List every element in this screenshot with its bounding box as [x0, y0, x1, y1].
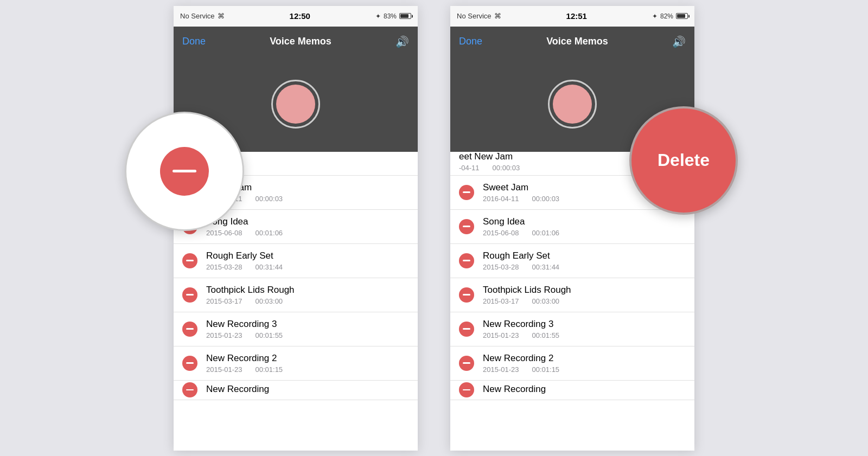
item-name-new-rec-2-bottom: New Recording: [483, 384, 686, 395]
nav-title-1: Voice Memos: [270, 36, 331, 47]
status-bar-2: No Service ⌘ 12:51 ✦ 82%: [450, 6, 694, 27]
speaker-icon-1[interactable]: 🔊: [395, 35, 409, 48]
item-meta-rough-early-2: 2015-03-28 00:31:44: [483, 263, 686, 271]
minus-button-toothpick-1[interactable]: [182, 287, 197, 303]
item-name-new-rec-3-1: New Recording 3: [206, 319, 409, 330]
no-service-label-2: No Service: [457, 12, 492, 20]
item-date: 2015-01-23: [483, 365, 519, 374]
item-date: 2016-04-11: [483, 195, 519, 203]
item-date: 2015-03-28: [483, 263, 519, 271]
item-meta-song-idea-1: 2015-06-08 00:01:06: [206, 229, 409, 237]
status-left-1: No Service ⌘: [180, 12, 225, 20]
item-duration: 00:01:55: [256, 331, 283, 339]
no-service-label-1: No Service: [180, 12, 215, 20]
item-info-new-rec-3-1: New Recording 3 2015-01-23 00:01:55: [206, 319, 409, 339]
record-button-inner-2: [553, 85, 592, 124]
item-info-new-rec-2-2: New Recording 2 2015-01-23 00:01:15: [483, 353, 686, 374]
minus-button-new-rec-2-bottom[interactable]: [459, 382, 474, 397]
list-item-song-idea-2: Song Idea 2015-06-08 00:01:06: [450, 210, 694, 244]
list-item-new-rec-2-2: New Recording 2 2015-01-23 00:01:15: [450, 346, 694, 381]
record-button-2[interactable]: [548, 80, 597, 129]
item-name-rough-early-2: Rough Early Set: [483, 251, 686, 261]
list-item-toothpick-1: Toothpick Lids Rough 2015-03-17 00:03:00: [174, 278, 418, 312]
speaker-icon-2[interactable]: 🔊: [672, 35, 686, 48]
item-duration: 00:31:44: [532, 263, 560, 271]
time-2: 12:51: [566, 11, 587, 21]
minus-button-new-rec-2-2[interactable]: [459, 356, 474, 371]
item-name-new-rec-1-bottom: New Recording: [206, 384, 409, 395]
minus-button-new-rec-3-1[interactable]: [182, 322, 197, 337]
list-item-new-rec-2-bottom: New Recording: [450, 381, 694, 400]
phone-2: No Service ⌘ 12:51 ✦ 82% Done Voice Memo…: [450, 6, 694, 451]
nav-bar-2: Done Voice Memos 🔊: [450, 27, 694, 57]
item-name-song-idea-1: Song Idea: [206, 216, 409, 227]
item-date: 2015-03-17: [206, 297, 242, 305]
item-info-new-rec-3-2: New Recording 3 2015-01-23 00:01:55: [483, 319, 686, 339]
item-date: 2015-03-28: [206, 263, 242, 271]
item-info-song-idea-1: Song Idea 2015-06-08 00:01:06: [206, 216, 409, 237]
minus-button-rough-early-1[interactable]: [182, 253, 197, 268]
item-duration: 00:01:06: [256, 229, 283, 237]
item-date: 2015-01-23: [206, 365, 242, 374]
battery-icon-1: [399, 13, 411, 19]
item-date: 2015-06-08: [483, 229, 519, 237]
item-info-toothpick-1: Toothpick Lids Rough 2015-03-17 00:03:00: [206, 285, 409, 305]
nav-title-2: Voice Memos: [546, 36, 608, 47]
delete-button-2[interactable]: Delete: [629, 106, 738, 215]
list-item-rough-early-2: Rough Early Set 2015-03-28 00:31:44: [450, 244, 694, 278]
item-meta-new-rec-2-2: 2015-01-23 00:01:15: [483, 365, 686, 374]
item-name-rough-early-1: Rough Early Set: [206, 251, 409, 261]
status-left-2: No Service ⌘: [457, 12, 501, 20]
record-button-1[interactable]: [271, 80, 320, 129]
item-name-new-rec-2-2: New Recording 2: [483, 353, 686, 364]
item-info-rough-early-1: Rough Early Set 2015-03-28 00:31:44: [206, 251, 409, 271]
minus-button-new-rec-1-bottom[interactable]: [182, 382, 197, 397]
item-name-toothpick-2: Toothpick Lids Rough: [483, 285, 686, 296]
item-duration: 00:00:03: [532, 195, 560, 203]
item-info-new-rec-2-bottom: New Recording: [483, 384, 686, 396]
bluetooth-icon-1: ✦: [375, 12, 381, 20]
magnify-circle-1: [125, 112, 244, 231]
minus-button-song-idea-2[interactable]: [459, 219, 474, 234]
item-meta-rough-early-1: 2015-03-28 00:31:44: [206, 263, 409, 271]
minus-button-sweet-jam-2[interactable]: [459, 185, 474, 200]
nav-bar-1: Done Voice Memos 🔊: [174, 27, 418, 57]
minus-button-rough-early-2[interactable]: [459, 253, 474, 268]
item-duration: 00:01:55: [532, 331, 560, 339]
item-name-song-idea-2: Song Idea: [483, 216, 686, 227]
minus-icon-magnified-1[interactable]: [160, 147, 209, 196]
item-meta-new-rec-2-1: 2015-01-23 00:01:15: [206, 365, 409, 374]
record-button-inner-1: [276, 85, 315, 124]
item-name-new-rec-3-2: New Recording 3: [483, 319, 686, 330]
wifi-icon-1: ⌘: [218, 12, 225, 20]
minus-button-toothpick-2[interactable]: [459, 287, 474, 303]
list-item-new-rec-3-1: New Recording 3 2015-01-23 00:01:55: [174, 312, 418, 346]
item-duration: 00:00:03: [256, 195, 283, 203]
status-right-1: ✦ 83%: [375, 12, 411, 20]
item-name-new-rec-2-1: New Recording 2: [206, 353, 409, 364]
battery-pct-1: 83%: [384, 12, 397, 20]
phone-1: No Service ⌘ 12:50 ✦ 83% Done Voice Memo…: [174, 6, 418, 451]
done-button-1[interactable]: Done: [182, 36, 206, 47]
item-date: 2015-06-08: [206, 229, 242, 237]
item-info-song-idea-2: Song Idea 2015-06-08 00:01:06: [483, 216, 686, 237]
item-meta-toothpick-1: 2015-03-17 00:03:00: [206, 297, 409, 305]
bluetooth-icon-2: ✦: [652, 12, 658, 20]
minus-button-new-rec-3-2[interactable]: [459, 322, 474, 337]
status-right-2: ✦ 82%: [652, 12, 688, 20]
list-item-rough-early-1: Rough Early Set 2015-03-28 00:31:44: [174, 244, 418, 278]
item-meta-song-idea-2: 2015-06-08 00:01:06: [483, 229, 686, 237]
done-button-2[interactable]: Done: [459, 36, 482, 47]
list-item-new-rec-1-bottom: New Recording: [174, 381, 418, 400]
item-duration: 00:01:15: [256, 365, 283, 374]
item-meta-new-rec-3-2: 2015-01-23 00:01:55: [483, 331, 686, 339]
minus-button-new-rec-2-1[interactable]: [182, 356, 197, 371]
battery-icon-2: [676, 13, 688, 19]
item-meta-toothpick-2: 2015-03-17 00:03:00: [483, 297, 686, 305]
item-info-rough-early-2: Rough Early Set 2015-03-28 00:31:44: [483, 251, 686, 271]
list-item-new-rec-2-1: New Recording 2 2015-01-23 00:01:15: [174, 346, 418, 381]
item-info-new-rec-1-bottom: New Recording: [206, 384, 409, 396]
item-name-toothpick-1: Toothpick Lids Rough: [206, 285, 409, 296]
delete-label-2[interactable]: Delete: [658, 150, 710, 170]
status-bar-1: No Service ⌘ 12:50 ✦ 83%: [174, 6, 418, 27]
